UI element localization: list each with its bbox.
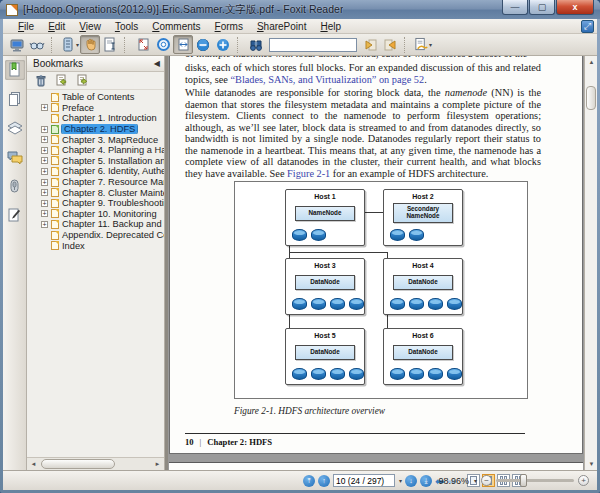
menu-comments[interactable]: Comments bbox=[145, 20, 207, 33]
read-mode-button[interactable] bbox=[7, 35, 27, 54]
select-text-button[interactable] bbox=[100, 35, 120, 54]
bookmark-item[interactable]: +Chapter 3. MapReduce bbox=[27, 134, 164, 145]
bookmark-item[interactable]: +Chapter 10. Monitoring bbox=[27, 209, 164, 220]
scrollbar-thumb[interactable] bbox=[41, 459, 115, 469]
expander-icon[interactable]: + bbox=[41, 179, 48, 186]
disk-icon bbox=[409, 368, 424, 380]
bookmark-icon bbox=[51, 146, 59, 155]
hand-tool-button[interactable] bbox=[80, 35, 100, 54]
minimize-button[interactable]: — bbox=[502, 0, 528, 15]
zoom-out-icon bbox=[196, 38, 210, 52]
zoom-slider-thumb[interactable] bbox=[520, 474, 527, 487]
scroll-left-icon[interactable]: ◄ bbox=[28, 459, 39, 469]
bookmark-item-selected[interactable]: +Chapter 2. HDFS bbox=[27, 124, 164, 135]
fit-page-button[interactable] bbox=[133, 35, 153, 54]
fullscreen-toggle-icon[interactable]: ⤢ bbox=[581, 20, 594, 33]
bookmark-item[interactable]: Table of Contents bbox=[27, 92, 164, 103]
find-next-button[interactable] bbox=[380, 35, 400, 54]
page-list-dropdown-icon[interactable]: ▾ bbox=[399, 477, 402, 484]
zoom-out-button[interactable] bbox=[193, 35, 213, 54]
zoom-slider[interactable] bbox=[496, 479, 574, 482]
expander-icon[interactable]: + bbox=[41, 147, 48, 154]
scrollbar-thumb[interactable] bbox=[586, 86, 596, 110]
find-previous-button[interactable] bbox=[360, 35, 380, 54]
menu-edit[interactable]: Edit bbox=[41, 20, 72, 33]
toolbar-separator bbox=[124, 37, 130, 53]
comments-panel-button[interactable] bbox=[5, 147, 25, 167]
vertical-scrollbar[interactable]: ▲ ▼ bbox=[584, 56, 597, 470]
bookmark-item[interactable]: +Chapter 5. Installation and Configurati… bbox=[27, 156, 164, 167]
next-page-button[interactable]: ↓ bbox=[405, 475, 417, 487]
host-box: Host 1 NameNode bbox=[285, 189, 365, 246]
bookmark-icon bbox=[51, 167, 59, 176]
bookmarks-panel-button[interactable] bbox=[5, 60, 25, 80]
zoom-in-button[interactable] bbox=[213, 35, 233, 54]
blades-sans-link[interactable]: “Blades, SANs, and Virtualization” on pa… bbox=[230, 74, 424, 85]
menu-sharepoint[interactable]: SharePoint bbox=[250, 20, 313, 33]
bookmark-icon bbox=[51, 209, 59, 218]
previous-page-button[interactable]: ↑ bbox=[318, 475, 330, 487]
toolbar-separator bbox=[237, 37, 243, 53]
expander-icon[interactable]: + bbox=[41, 210, 48, 217]
fit-width-button[interactable] bbox=[173, 35, 193, 54]
bookmark-item[interactable]: +Chapter 9. Troubleshooting bbox=[27, 198, 164, 209]
maximize-button[interactable]: ▢ bbox=[529, 0, 555, 15]
toolbar-separator bbox=[51, 37, 57, 53]
find-button[interactable] bbox=[246, 35, 266, 54]
first-page-button[interactable]: ⤒ bbox=[303, 475, 315, 487]
monitor-icon bbox=[9, 37, 25, 53]
zoom-dropdown-icon[interactable]: ▾ bbox=[474, 477, 477, 484]
scroll-down-icon[interactable]: ▼ bbox=[585, 458, 597, 470]
expander-icon[interactable]: + bbox=[41, 221, 48, 228]
bookmark-item[interactable]: Appendix. Deprecated Configuration Prope… bbox=[27, 230, 164, 241]
expander-icon[interactable]: + bbox=[41, 157, 48, 164]
bookmark-item[interactable]: +Chapter 6. Identity, Authentication, an… bbox=[27, 166, 164, 177]
zoom-out-slider-button[interactable]: − bbox=[481, 475, 492, 486]
menu-tools[interactable]: Tools bbox=[108, 20, 145, 33]
layers-panel-button[interactable] bbox=[5, 118, 25, 138]
sign-document-button[interactable]: ▾ bbox=[413, 35, 433, 54]
panel-horizontal-scrollbar[interactable]: ◄ ► bbox=[27, 457, 164, 470]
bookmark-item[interactable]: Chapter 1. Introduction bbox=[27, 113, 164, 124]
scroll-right-icon[interactable]: ► bbox=[152, 459, 163, 469]
disk-icon bbox=[409, 229, 424, 241]
expander-icon[interactable]: + bbox=[41, 104, 48, 111]
expand-current-bookmark-icon[interactable] bbox=[55, 74, 68, 87]
disk-icon bbox=[390, 229, 405, 241]
page-number-input[interactable] bbox=[333, 474, 395, 487]
attachments-panel-button[interactable] bbox=[5, 176, 25, 196]
host-box: Host 6 DataNode bbox=[383, 328, 463, 385]
bookmark-item[interactable]: +Chapter 4. Planning a Hadoop Cluster bbox=[27, 145, 164, 156]
bookmark-item[interactable]: +Chapter 7. Resource Management bbox=[27, 177, 164, 188]
title-bar[interactable]: [Hadoop.Operations(2012.9)].Eric.Sammer.… bbox=[0, 0, 600, 19]
actual-size-button[interactable] bbox=[153, 35, 173, 54]
last-page-button[interactable]: ⤓ bbox=[420, 475, 432, 487]
bookmark-item[interactable]: Index bbox=[27, 240, 164, 251]
page-display-button[interactable]: ▾ bbox=[60, 35, 80, 54]
expander-icon[interactable]: + bbox=[41, 136, 48, 143]
scroll-up-icon[interactable]: ▲ bbox=[585, 56, 597, 68]
zoom-in-slider-button[interactable]: + bbox=[578, 475, 589, 486]
collapse-bookmarks-icon[interactable] bbox=[76, 74, 89, 87]
bookmark-item[interactable]: +Chapter 8. Cluster Maintenance bbox=[27, 187, 164, 198]
expander-icon[interactable]: + bbox=[41, 126, 48, 133]
expander-icon[interactable]: + bbox=[41, 189, 48, 196]
bookmark-item[interactable]: +Preface bbox=[27, 103, 164, 114]
expander-icon[interactable]: + bbox=[41, 168, 48, 175]
menu-forms[interactable]: Forms bbox=[208, 20, 250, 33]
pages-panel-button[interactable] bbox=[5, 89, 25, 109]
menu-view[interactable]: View bbox=[72, 20, 108, 33]
menu-help[interactable]: Help bbox=[313, 20, 348, 33]
figure-2-1-link[interactable]: Figure 2-1 bbox=[287, 168, 330, 179]
reverse-view-button[interactable] bbox=[27, 35, 47, 54]
panel-collapse-icon[interactable]: ◀ bbox=[154, 59, 160, 68]
document-view[interactable]: of multiple machines with local disks at… bbox=[168, 56, 584, 470]
expander-icon[interactable]: + bbox=[41, 200, 48, 207]
disk-icon bbox=[409, 298, 424, 310]
menu-file[interactable]: File bbox=[11, 20, 41, 33]
search-input[interactable] bbox=[269, 38, 357, 52]
close-button[interactable]: x bbox=[556, 0, 594, 15]
bookmark-item[interactable]: +Chapter 11. Backup and Recovery bbox=[27, 219, 164, 230]
signatures-panel-button[interactable] bbox=[5, 205, 25, 225]
delete-bookmark-icon[interactable] bbox=[35, 74, 47, 87]
